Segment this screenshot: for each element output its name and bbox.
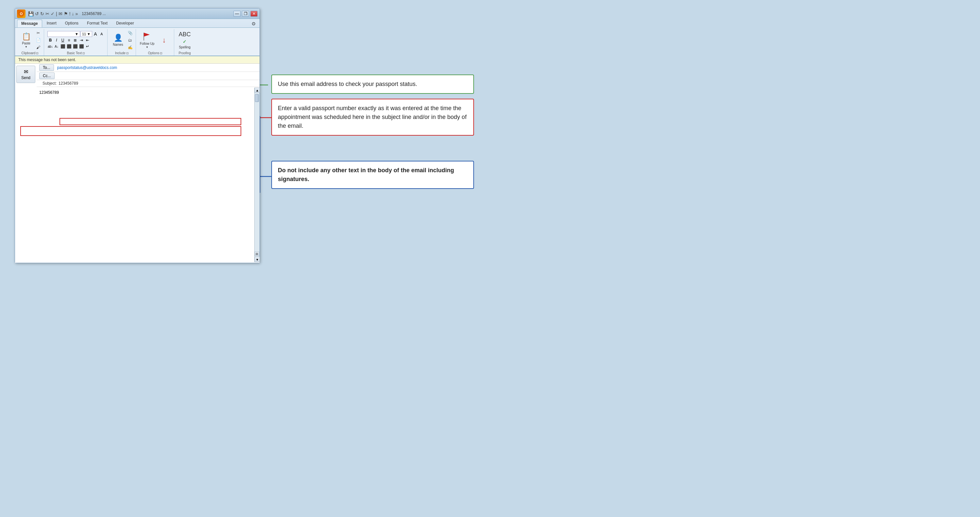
annotation-green-text: Use this email address to check your pas… bbox=[278, 81, 417, 87]
follow-up-button[interactable]: Follow Up ▼ bbox=[138, 31, 156, 49]
basic-text-content: ▼ 11 ▼ A A B I bbox=[47, 30, 105, 51]
subject-label: Subject: bbox=[39, 81, 57, 86]
attach-item-btn[interactable]: 🗂 bbox=[127, 37, 134, 43]
separator2-icon: » bbox=[75, 11, 78, 16]
restore-button[interactable]: ❐ bbox=[242, 11, 249, 17]
options-label: Options ⊡ bbox=[138, 51, 172, 56]
cc-button[interactable]: Cc... bbox=[39, 73, 54, 79]
font-grow-btn[interactable]: A bbox=[92, 31, 99, 37]
ribbon-help-icon[interactable]: ⊙ bbox=[250, 20, 258, 27]
scroll-down-btn[interactable]: ▼ bbox=[255, 257, 260, 262]
highlight-btn[interactable]: ab↓ bbox=[48, 43, 53, 49]
copy-btn[interactable]: 📄 bbox=[35, 37, 42, 43]
tab-message[interactable]: Message bbox=[17, 20, 42, 27]
paste-button[interactable]: 📋 Paste ▼ bbox=[18, 31, 34, 49]
font-name-selector[interactable]: ▼ bbox=[48, 31, 80, 37]
annotation-red-text: Enter a valid passport number exactly as… bbox=[278, 105, 466, 129]
tab-developer[interactable]: Developer bbox=[112, 20, 138, 27]
align-center-btn[interactable]: ⬛ bbox=[66, 43, 72, 49]
outlook-logo: O bbox=[17, 10, 25, 18]
cc-value[interactable] bbox=[57, 75, 257, 76]
importance-low-button[interactable]: ↓ bbox=[156, 31, 172, 49]
close-button[interactable]: ✕ bbox=[250, 11, 258, 17]
ribbon-group-basic-text: ▼ 11 ▼ A A B I bbox=[45, 29, 108, 56]
signature-btn[interactable]: ✍ bbox=[127, 44, 134, 51]
include-label: Include ⊡ bbox=[110, 51, 134, 56]
message-area: This message has not been sent. ✉ Send T… bbox=[15, 56, 259, 263]
send-envelope-icon: ✉ bbox=[21, 68, 30, 75]
title-bar: O 💾 ↺ ↻ ✂ ✓ | ✉ ⚑ ! ↓ » 123456789 ... — … bbox=[15, 8, 259, 19]
scroll-up-btn[interactable]: ▲ bbox=[255, 87, 260, 93]
arrow-icon[interactable]: ↓ bbox=[72, 11, 74, 16]
scroll-thumb[interactable] bbox=[255, 94, 259, 102]
attach-file-btn[interactable]: 📎 bbox=[127, 30, 134, 36]
options-content: Follow Up ▼ ↓ bbox=[138, 30, 172, 51]
window-controls: — ❐ ✕ bbox=[233, 11, 258, 17]
cut-icon[interactable]: ✂ bbox=[45, 11, 49, 16]
scroll-grip-icon[interactable]: ⊟ bbox=[255, 251, 259, 256]
bold-btn[interactable]: B bbox=[48, 37, 53, 43]
cc-row: Cc... bbox=[37, 72, 259, 80]
save-icon[interactable]: 💾 bbox=[28, 11, 34, 16]
bullet-list-btn[interactable]: ≡ bbox=[66, 37, 72, 43]
format-painter-btn[interactable]: 🖌 bbox=[35, 44, 42, 51]
send-button[interactable]: ✉ Send bbox=[16, 66, 35, 83]
send-area: ✉ Send bbox=[15, 64, 37, 263]
exclaim-icon[interactable]: ! bbox=[69, 11, 71, 16]
cut-btn[interactable]: ✂ bbox=[35, 30, 42, 36]
body-container: 123456789 ▲ ⊟ ▼ bbox=[37, 87, 259, 262]
ribbon-group-include: 👤 Names 📎 🗂 ✍ Include ⊡ bbox=[108, 29, 136, 56]
font-shrink-btn[interactable]: A bbox=[99, 31, 105, 37]
redo-arrow-icon[interactable]: ↻ bbox=[40, 11, 44, 16]
main-layout: O 💾 ↺ ↻ ✂ ✓ | ✉ ⚑ ! ↓ » 123456789 ... — … bbox=[0, 0, 980, 517]
options-expand-icon[interactable]: ⊡ bbox=[160, 52, 162, 55]
justify-btn[interactable]: ⬛ bbox=[78, 43, 84, 49]
basic-text-expand-icon[interactable]: ⊡ bbox=[83, 52, 85, 55]
importance-low-icon: ↓ bbox=[162, 36, 166, 45]
names-button[interactable]: 👤 Names bbox=[110, 31, 126, 49]
window-title: 123456789 ... bbox=[82, 11, 233, 16]
names-icon: 👤 bbox=[114, 33, 123, 42]
send2-icon[interactable]: ✉ bbox=[59, 11, 62, 16]
clipboard-expand-icon[interactable]: ⊡ bbox=[36, 52, 38, 55]
ribbon-group-clipboard: 📋 Paste ▼ ✂ 📄 🖌 Clipboard ⊡ bbox=[16, 29, 44, 56]
minimize-button[interactable]: — bbox=[233, 11, 240, 17]
tab-format-text[interactable]: Format Text bbox=[83, 20, 111, 27]
italic-btn[interactable]: I bbox=[54, 37, 59, 43]
basic-text-label: Basic Text ⊡ bbox=[47, 51, 105, 56]
ribbon-group-options: Follow Up ▼ ↓ Options ⊡ bbox=[137, 29, 174, 56]
follow-up-label: Follow Up bbox=[140, 42, 154, 46]
include-expand-icon[interactable]: ⊡ bbox=[126, 52, 129, 55]
include-extras: 📎 🗂 ✍ bbox=[127, 30, 134, 51]
undo-arrow-icon[interactable]: ↺ bbox=[35, 11, 39, 16]
flag-small-icon[interactable]: ⚑ bbox=[64, 11, 68, 16]
tab-options[interactable]: Options bbox=[61, 20, 83, 27]
body-text-area[interactable]: 123456789 bbox=[37, 87, 254, 262]
ribbon-body: 📋 Paste ▼ ✂ 📄 🖌 Clipboard ⊡ bbox=[15, 27, 259, 56]
align-right-btn[interactable]: ⬛ bbox=[72, 43, 78, 49]
svg-text:O: O bbox=[20, 12, 23, 16]
subject-value[interactable]: 123456789 bbox=[57, 81, 257, 86]
style-row: B I U ≡ ≣ ⇥ ⇤ bbox=[48, 37, 105, 43]
to-value[interactable]: passportstatus@ustraveldocs.com bbox=[56, 65, 257, 70]
clipboard-label: Clipboard ⊡ bbox=[18, 51, 42, 56]
spelling-button[interactable]: ABC✓ Spelling bbox=[177, 31, 192, 49]
check-icon[interactable]: ✓ bbox=[51, 11, 54, 16]
scroll-track bbox=[255, 93, 259, 257]
rtl-btn[interactable]: ↵ bbox=[85, 43, 91, 49]
spelling-icon: ABC✓ bbox=[178, 31, 191, 45]
indent-increase-btn[interactable]: ⇥ bbox=[78, 37, 84, 43]
tab-insert[interactable]: Insert bbox=[43, 20, 60, 27]
annotation-green: Use this email address to check your pas… bbox=[271, 75, 474, 94]
quick-access-toolbar: 💾 ↺ ↻ ✂ ✓ | ✉ ⚑ ! ↓ » bbox=[28, 11, 78, 16]
underline-btn[interactable]: U bbox=[60, 37, 66, 43]
ribbon: Message Insert Options Format Text Devel… bbox=[15, 19, 259, 56]
names-label: Names bbox=[113, 43, 123, 47]
font-size-selector[interactable]: 11 ▼ bbox=[80, 31, 92, 37]
indent-decrease-btn[interactable]: ⇤ bbox=[85, 37, 91, 43]
font-row: ▼ 11 ▼ A A bbox=[48, 31, 105, 37]
font-color-btn[interactable]: A↓ bbox=[54, 43, 59, 49]
numbered-list-btn[interactable]: ≣ bbox=[72, 37, 78, 43]
to-button[interactable]: To... bbox=[39, 64, 54, 71]
align-left-btn[interactable]: ⬛ bbox=[60, 43, 66, 49]
